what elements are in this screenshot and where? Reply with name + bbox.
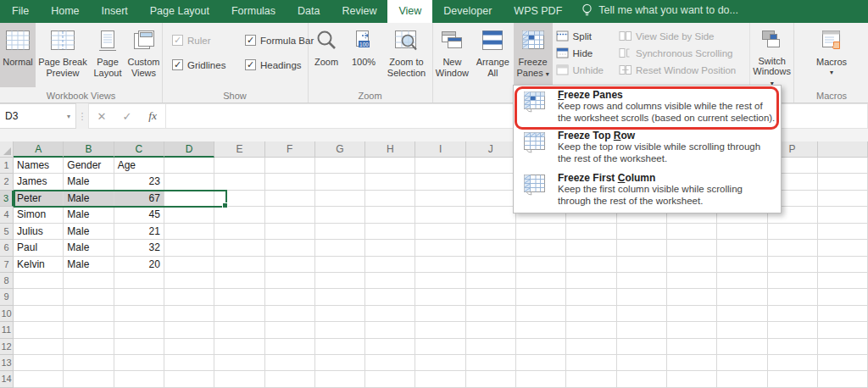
cell-I8[interactable] [415, 273, 465, 289]
tab-data[interactable]: Data [287, 0, 331, 23]
cell-P9[interactable] [768, 289, 818, 305]
split-button[interactable]: Split [556, 30, 610, 42]
cell-J7[interactable] [466, 257, 516, 273]
freeze-panes-button[interactable]: Freeze Panes ▾ [514, 23, 553, 87]
gridlines-checkbox[interactable]: ✓ Gridlines [172, 59, 242, 70]
cell-X3[interactable] [818, 191, 868, 207]
cell-B2[interactable]: Male [64, 174, 114, 190]
cell-G11[interactable] [315, 322, 365, 338]
cell-X13[interactable] [818, 355, 868, 371]
headings-checkbox[interactable]: ✓ Headings [245, 59, 314, 70]
name-box[interactable]: D3 ▾ [0, 103, 76, 129]
cell-C9[interactable] [114, 289, 164, 305]
cell-G4[interactable] [315, 207, 365, 223]
cell-O13[interactable] [717, 355, 767, 371]
view-side-by-side-button[interactable]: View Side by Side [619, 30, 749, 42]
cell-H2[interactable] [365, 174, 415, 190]
cell-E2[interactable] [214, 174, 264, 190]
cell-G9[interactable] [315, 289, 365, 305]
cell-A7[interactable]: Kelvin [14, 257, 64, 273]
arrange-all-button[interactable]: Arrange All [472, 23, 514, 87]
column-header-I[interactable]: I [415, 141, 465, 158]
cell-N10[interactable] [667, 306, 717, 322]
cell-E3[interactable] [214, 191, 264, 207]
cell-D12[interactable] [164, 339, 214, 355]
cell-A1[interactable]: Names [14, 158, 64, 174]
tab-review[interactable]: Review [331, 0, 387, 23]
cell-B9[interactable] [64, 289, 114, 305]
cell-K14[interactable] [516, 371, 566, 387]
cell-B11[interactable] [64, 322, 114, 338]
cell-G14[interactable] [315, 371, 365, 387]
tab-developer[interactable]: Developer [432, 0, 503, 23]
select-all-corner[interactable] [0, 141, 14, 158]
cell-H8[interactable] [365, 273, 415, 289]
cell-C14[interactable] [114, 371, 164, 387]
cell-H10[interactable] [365, 306, 415, 322]
tab-home[interactable]: Home [40, 0, 90, 23]
cell-A5[interactable]: Julius [14, 224, 64, 240]
cell-E6[interactable] [214, 240, 264, 256]
cell-D14[interactable] [164, 371, 214, 387]
tab-wps-pdf[interactable]: WPS PDF [503, 0, 573, 23]
synchronous-scrolling-button[interactable]: Synchronous Scrolling [619, 47, 749, 58]
cell-M11[interactable] [617, 322, 667, 338]
cell-A11[interactable] [14, 322, 64, 338]
cell-K8[interactable] [516, 273, 566, 289]
cell-K13[interactable] [516, 355, 566, 371]
row-header-9[interactable]: 9 [0, 289, 14, 305]
cell-J4[interactable] [466, 207, 516, 223]
cell-I2[interactable] [415, 174, 465, 190]
page-layout-button[interactable]: Page Layout [90, 23, 125, 87]
row-header-12[interactable]: 12 [0, 339, 14, 355]
column-header-A[interactable]: A [14, 141, 64, 158]
cell-F7[interactable] [265, 257, 315, 273]
cell-X4[interactable] [818, 207, 868, 223]
cell-A12[interactable] [14, 339, 64, 355]
row-header-7[interactable]: 7 [0, 257, 14, 273]
cell-D11[interactable] [164, 322, 214, 338]
cell-B14[interactable] [64, 371, 114, 387]
cell-M6[interactable] [617, 240, 667, 256]
cell-O11[interactable] [717, 322, 767, 338]
cell-F4[interactable] [265, 207, 315, 223]
cell-I7[interactable] [415, 257, 465, 273]
column-header-D[interactable]: D [164, 141, 214, 158]
cell-E7[interactable] [214, 257, 264, 273]
cell-C13[interactable] [114, 355, 164, 371]
cell-X6[interactable] [818, 240, 868, 256]
cell-A2[interactable]: James [14, 174, 64, 190]
row-header-6[interactable]: 6 [0, 240, 14, 256]
cell-G8[interactable] [315, 273, 365, 289]
cell-E10[interactable] [214, 306, 264, 322]
cell-I1[interactable] [415, 158, 465, 174]
cell-N11[interactable] [667, 322, 717, 338]
cell-B8[interactable] [64, 273, 114, 289]
column-header-B[interactable]: B [64, 141, 114, 158]
cell-F9[interactable] [265, 289, 315, 305]
custom-views-button[interactable]: Custom Views [125, 23, 162, 87]
cell-B1[interactable]: Gender [64, 158, 114, 174]
cell-X5[interactable] [818, 224, 868, 240]
cell-L11[interactable] [566, 322, 616, 338]
cell-A6[interactable]: Paul [14, 240, 64, 256]
cell-X8[interactable] [818, 273, 868, 289]
cell-X7[interactable] [818, 257, 868, 273]
cell-B3[interactable]: Male [64, 191, 114, 207]
new-window-button[interactable]: New Window [432, 23, 472, 87]
row-header-13[interactable]: 13 [0, 355, 14, 371]
column-header-G[interactable]: G [315, 141, 365, 158]
row-header-8[interactable]: 8 [0, 273, 14, 289]
cell-O6[interactable] [717, 240, 767, 256]
cell-J11[interactable] [466, 322, 516, 338]
cell-N7[interactable] [667, 257, 717, 273]
cell-M7[interactable] [617, 257, 667, 273]
cell-O12[interactable] [717, 339, 767, 355]
cell-H5[interactable] [365, 224, 415, 240]
cell-I5[interactable] [415, 224, 465, 240]
unhide-button[interactable]: Unhide [556, 64, 610, 75]
cell-F6[interactable] [265, 240, 315, 256]
cell-J2[interactable] [466, 174, 516, 190]
cell-N9[interactable] [667, 289, 717, 305]
menu-item-freeze-panes[interactable]: Freeze Panes Keep rows and columns visib… [514, 87, 781, 128]
